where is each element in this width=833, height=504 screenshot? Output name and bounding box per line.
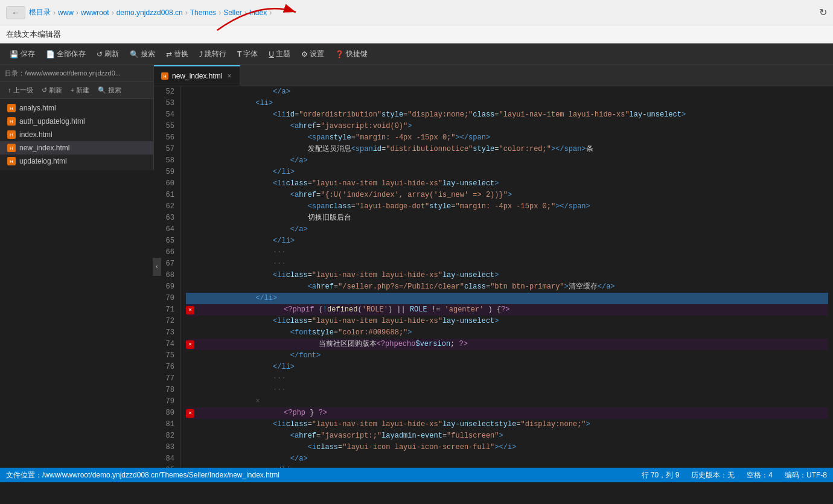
code-line-56: <span style="margin: -4px -15px 0;"></sp… (186, 132, 828, 144)
tab-label: new_index.html (172, 72, 222, 80)
file-name: new_index.html (19, 144, 69, 152)
save-button[interactable]: 💾 保存 (5, 46, 40, 62)
sidebar-refresh-button[interactable]: ↺ 刷新 (39, 85, 65, 96)
refresh-button[interactable]: ↻ (819, 7, 827, 18)
toolbar: 💾 保存 📄 全部保存 ↺ 刷新 🔍 搜索 ⇄ 替换 ⤴ 跳转行 T 字体 U … (0, 43, 833, 65)
html-file-icon: H (7, 144, 16, 152)
code-line-73: <font style="color:#009688;"> (186, 327, 828, 339)
breadcrumb-www[interactable]: www (58, 8, 74, 17)
status-row-col: 行 70，列 9 (642, 470, 680, 480)
code-line-59: </li> (186, 167, 828, 178)
sidebar: 目录：/www/wwwroot/demo.ynjdzzd0... ↑ 上一级 ↺… (0, 65, 154, 170)
code-line-76: </li> (186, 362, 828, 373)
breadcrumb-seller[interactable]: Seller (223, 8, 242, 17)
tab-close-button[interactable]: × (226, 72, 232, 80)
code-line-77: ··· (186, 373, 828, 384)
save-icon: 💾 (10, 50, 19, 59)
code-line-74: ✕ 当前社区团购版本<?php echo $version; ?> (186, 339, 828, 350)
theme-icon: U (269, 50, 274, 59)
html-file-icon: H (7, 104, 16, 112)
code-line-71: ✕ <?php if (!defined('ROLE') || ROLE != … (186, 304, 828, 316)
breadcrumb-path: 根目录 › www › wwwroot › demo.ynjdzzd008.cn… (29, 7, 815, 18)
file-name: analys.html (19, 104, 56, 112)
up-level-button[interactable]: ↑ 上一级 (5, 85, 36, 96)
breadcrumb-themes[interactable]: Themes (190, 8, 216, 17)
code-line-83: <i class="layui-icon layui-icon-screen-f… (186, 442, 828, 453)
reload-icon: ↺ (42, 86, 47, 94)
error-marker-74: ✕ (186, 340, 194, 349)
html-file-icon: H (7, 117, 16, 126)
html-file-icon: H (7, 157, 16, 165)
file-item-new-index[interactable]: H new_index.html (0, 141, 153, 155)
back-button[interactable]: ← (6, 6, 25, 19)
code-line-63: 切换旧版后台 (186, 212, 828, 224)
goto-icon: ⤴ (199, 50, 203, 59)
font-button[interactable]: T 字体 (232, 46, 263, 62)
code-line-60: <li class="layui-nav-item layui-hide-xs"… (186, 178, 828, 190)
file-name: index.html (19, 130, 53, 139)
replace-icon: ⇄ (166, 50, 172, 59)
code-line-85: </li> (186, 465, 828, 468)
shortcuts-icon: ❓ (335, 50, 344, 59)
sidebar-search-button[interactable]: 🔍 搜索 (95, 85, 124, 96)
file-name: auth_updatelog.html (19, 117, 85, 126)
goto-line-button[interactable]: ⤴ 跳转行 (194, 46, 231, 62)
refresh-toolbar-button[interactable]: ↺ 刷新 (92, 46, 124, 62)
editor-title: 在线文本编辑器 (6, 29, 61, 40)
sidebar-file-list: H analys.html H auth_updatelog.html H in… (0, 99, 153, 170)
code-line-81: <li class="layui-nav-item layui-hide-xs"… (186, 419, 828, 430)
code-line-68: <li class="layui-nav-item layui-hide-xs"… (186, 270, 828, 281)
code-line-62: <span class="layui-badge-dot" style="mar… (186, 201, 828, 212)
sidebar-toggle-button[interactable]: ‹ (153, 258, 161, 276)
tab-new-index[interactable]: H new_index.html × (154, 65, 240, 86)
search-icon: 🔍 (130, 50, 139, 59)
settings-button[interactable]: ⚙ 设置 (296, 46, 329, 62)
file-item-updatelog[interactable]: H updatelog.html (0, 155, 153, 168)
file-name: updatelog.html (19, 157, 67, 165)
code-content[interactable]: </a> <li> <li id="orderdistribution" sty… (181, 86, 833, 468)
file-item-index[interactable]: H index.html (0, 128, 153, 141)
code-editor[interactable]: 52 53 54 55 56 57 58 59 60 61 62 63 64 6… (154, 86, 833, 468)
search-button[interactable]: 🔍 搜索 (125, 46, 160, 62)
code-line-75: </font> (186, 350, 828, 362)
code-line-67: ··· (186, 258, 828, 270)
code-line-58: </a> (186, 155, 828, 167)
code-line-79: × (186, 396, 828, 407)
save-all-button[interactable]: 📄 全部保存 (41, 46, 91, 62)
replace-button[interactable]: ⇄ 替换 (161, 46, 193, 62)
shortcuts-button[interactable]: ❓ 快捷键 (330, 46, 372, 62)
file-item-auth-updatelog[interactable]: H auth_updatelog.html (0, 115, 153, 128)
main-layout: 目录：/www/wwwroot/demo.ynjdzzd0... ↑ 上一级 ↺… (0, 65, 833, 468)
code-line-54: <li id="orderdistribution" style="displa… (186, 109, 828, 121)
code-line-80: ✕ <?php } ?> (186, 407, 828, 419)
theme-button[interactable]: U 主题 (264, 46, 295, 62)
status-space: 空格：4 (747, 470, 773, 480)
font-icon: T (237, 50, 241, 59)
code-line-52: </a> (186, 86, 828, 98)
sidebar-wrapper: 目录：/www/wwwroot/demo.ynjdzzd0... ↑ 上一级 ↺… (0, 65, 154, 468)
error-marker-71: ✕ (186, 306, 194, 314)
breadcrumb-index[interactable]: Index (249, 8, 267, 17)
code-line-53: <li> (186, 98, 828, 109)
code-line-57: 发配送员消息<span id="distributionnotice" styl… (186, 144, 828, 155)
breadcrumb-demo[interactable]: demo.ynjdzzd008.cn (116, 8, 183, 17)
code-line-84: </a> (186, 453, 828, 465)
breadcrumb-root[interactable]: 根目录 (29, 7, 51, 18)
up-icon: ↑ (8, 86, 11, 94)
error-marker-80: ✕ (186, 409, 194, 418)
title-bar: 在线文本编辑器 (0, 25, 833, 43)
code-line-69: <a href="/seller.php?s=/Public/clear" cl… (186, 281, 828, 293)
file-item-analys[interactable]: H analys.html (0, 101, 153, 115)
code-line-78: ··· (186, 384, 828, 396)
refresh-icon: ↺ (97, 50, 103, 59)
code-line-64: </a> (186, 224, 828, 235)
breadcrumb-bar: ← 根目录 › www › wwwroot › demo.ynjdzzd008.… (0, 0, 833, 25)
line-numbers: 52 53 54 55 56 57 58 59 60 61 62 63 64 6… (154, 86, 181, 468)
status-history: 历史版本：无 (691, 470, 735, 480)
code-line-55: <a href="javascript:void(0)"> (186, 121, 828, 132)
settings-icon: ⚙ (301, 50, 308, 59)
status-encoding: 编码：UTF-8 (785, 470, 827, 480)
breadcrumb-wwwroot[interactable]: wwwroot (81, 8, 109, 17)
code-line-61: <a href="{:U('index/index', array('is_ne… (186, 190, 828, 201)
new-file-button[interactable]: + 新建 (68, 85, 93, 96)
